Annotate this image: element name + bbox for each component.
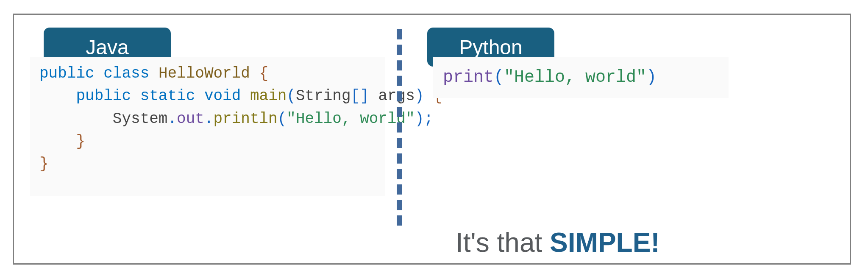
code-keyword: public (76, 87, 131, 105)
code-classname: HelloWorld (159, 65, 250, 82)
code-keyword: class (103, 65, 149, 82)
code-system: System (113, 110, 168, 128)
code-keyword: public (39, 65, 95, 82)
code-paren: ) (646, 68, 657, 87)
code-string: "Hello, world" (287, 110, 415, 128)
python-code-block: print("Hello, world") (433, 57, 729, 98)
code-paren: ) (415, 110, 424, 128)
code-brackets: [] (351, 87, 369, 105)
code-paren: ( (494, 68, 504, 87)
code-keyword: static (140, 87, 195, 105)
python-label: Python (459, 36, 522, 59)
code-brace: } (76, 133, 85, 150)
code-method: main (250, 87, 287, 105)
code-brace: } (39, 155, 49, 173)
code-out: out (177, 110, 204, 128)
java-code-block: public class HelloWorld { public static … (30, 57, 385, 196)
code-paren: ) (415, 87, 424, 105)
code-keyword: void (204, 87, 241, 105)
code-function: print (443, 68, 494, 87)
code-dot: . (167, 110, 177, 128)
code-paren: ( (287, 87, 296, 105)
code-brace: { (259, 65, 269, 82)
tagline-pre: It's that (456, 227, 550, 258)
java-label: Java (86, 36, 128, 59)
comparison-frame: Java public class HelloWorld { public st… (13, 14, 851, 265)
code-string: "Hello, world" (504, 68, 646, 87)
tagline-excl: ! (651, 227, 659, 258)
code-paren: ( (278, 110, 287, 128)
tagline-emph: SIMPLE (550, 227, 651, 258)
code-dot: . (204, 110, 214, 128)
code-type: String (296, 87, 351, 105)
code-println: println (213, 110, 277, 128)
code-semicolon: ; (424, 110, 433, 128)
vertical-divider (397, 29, 402, 226)
tagline: It's that SIMPLE! (456, 227, 660, 258)
